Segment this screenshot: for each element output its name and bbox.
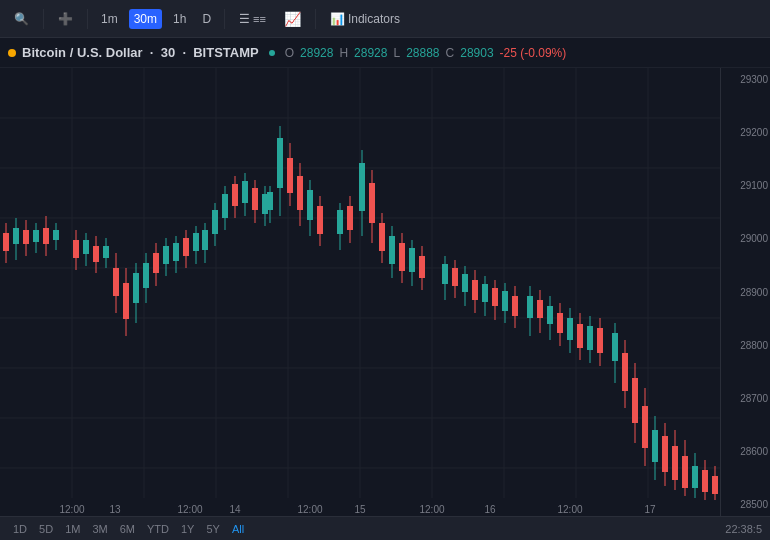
open-label: O [285, 46, 294, 60]
change-value: -25 (-0.09%) [500, 46, 567, 60]
svg-rect-50 [123, 283, 129, 319]
price-level: 28900 [723, 287, 768, 298]
svg-rect-52 [133, 273, 139, 303]
symbol-dot [8, 49, 16, 57]
svg-rect-152 [502, 291, 508, 311]
timeframe-1h[interactable]: 1h [168, 9, 191, 29]
period-all-btn[interactable]: All [227, 521, 249, 537]
separator [315, 9, 316, 29]
low-value: 28888 [406, 46, 439, 60]
search-icon: 🔍 [14, 12, 29, 26]
timeframe-1m[interactable]: 1m [96, 9, 123, 29]
bars-label: ≡≡ [253, 13, 266, 25]
price-axis: 29300 29200 29100 29000 28900 28800 2870… [720, 68, 770, 516]
svg-text:12:00: 12:00 [297, 504, 322, 515]
chart-type-btn[interactable]: 📈 [278, 8, 307, 30]
chart-area[interactable]: 12:00 13 12:00 14 12:00 15 12:00 16 12:0… [0, 68, 770, 516]
indicator-icon: 📊 [330, 12, 345, 26]
svg-rect-40 [73, 240, 79, 258]
svg-rect-162 [597, 328, 603, 353]
svg-rect-156 [567, 318, 573, 340]
svg-rect-76 [337, 210, 343, 234]
svg-rect-62 [212, 210, 218, 234]
period-6m-btn[interactable]: 6M [115, 521, 140, 537]
svg-rect-158 [577, 324, 583, 348]
svg-rect-140 [193, 233, 199, 251]
svg-rect-96 [452, 268, 458, 286]
add-chart-btn[interactable]: ➕ [52, 9, 79, 29]
svg-rect-120 [642, 406, 648, 448]
svg-rect-154 [512, 296, 518, 316]
period-ytd-btn[interactable]: YTD [142, 521, 174, 537]
svg-text:12:00: 12:00 [419, 504, 444, 515]
indicators-btn[interactable]: 📊 Indicators [324, 9, 406, 29]
svg-rect-108 [537, 300, 543, 318]
symbol-search-btn[interactable]: 🔍 [8, 9, 35, 29]
price-level: 28800 [723, 340, 768, 351]
bars-icon: ☰ [239, 12, 250, 26]
svg-rect-90 [409, 248, 415, 272]
svg-text:12:00: 12:00 [59, 504, 84, 515]
svg-rect-72 [307, 190, 313, 220]
period-5y-btn[interactable]: 5Y [201, 521, 224, 537]
svg-rect-98 [462, 274, 468, 292]
svg-rect-132 [702, 470, 708, 492]
period-1y-btn[interactable]: 1Y [176, 521, 199, 537]
svg-rect-30 [13, 228, 19, 244]
svg-rect-134 [712, 476, 718, 494]
svg-rect-130 [692, 466, 698, 488]
svg-rect-36 [43, 228, 49, 244]
indicators-label: Indicators [348, 12, 400, 26]
timestamp: 22:38:5 [725, 523, 762, 535]
svg-text:16: 16 [484, 504, 496, 515]
svg-text:14: 14 [229, 504, 241, 515]
candlestick-icon: 📈 [284, 11, 301, 27]
svg-rect-106 [527, 296, 533, 318]
period-buttons: 1D 5D 1M 3M 6M YTD 1Y 5Y All [8, 521, 249, 537]
svg-rect-114 [612, 333, 618, 361]
svg-text:17: 17 [644, 504, 656, 515]
svg-rect-102 [482, 284, 488, 302]
symbol-bar: Bitcoin / U.S. Dollar · 30 · BITSTAMP O … [0, 38, 770, 68]
price-level: 29200 [723, 127, 768, 138]
svg-rect-82 [369, 183, 375, 223]
svg-rect-110 [547, 306, 553, 324]
svg-rect-44 [93, 246, 99, 262]
period-1d-btn[interactable]: 1D [8, 521, 32, 537]
separator [224, 9, 225, 29]
svg-text:15: 15 [354, 504, 366, 515]
svg-rect-42 [83, 240, 89, 254]
svg-rect-48 [113, 268, 119, 296]
svg-rect-88 [399, 243, 405, 271]
high-value: 28928 [354, 46, 387, 60]
high-label: H [339, 46, 348, 60]
svg-rect-38 [53, 230, 59, 240]
timeframe-D[interactable]: D [197, 9, 216, 29]
svg-rect-160 [587, 326, 593, 350]
price-level: 28500 [723, 499, 768, 510]
date-bar: 1D 5D 1M 3M 6M YTD 1Y 5Y All 22:38:5 [0, 516, 770, 540]
separator [87, 9, 88, 29]
svg-rect-126 [672, 446, 678, 480]
svg-rect-116 [622, 353, 628, 391]
svg-rect-28 [3, 233, 9, 251]
svg-text:12:00: 12:00 [177, 504, 202, 515]
svg-rect-80 [359, 163, 365, 211]
svg-rect-104 [492, 288, 498, 306]
svg-rect-146 [252, 188, 258, 210]
svg-rect-32 [23, 230, 29, 244]
svg-rect-56 [153, 253, 159, 273]
svg-rect-136 [173, 243, 179, 261]
timeframe-30m[interactable]: 30m [129, 9, 162, 29]
svg-rect-58 [163, 246, 169, 264]
svg-rect-142 [232, 184, 238, 206]
svg-rect-86 [389, 236, 395, 264]
open-value: 28928 [300, 46, 333, 60]
close-value: 28903 [460, 46, 493, 60]
svg-rect-100 [472, 280, 478, 300]
period-3m-btn[interactable]: 3M [87, 521, 112, 537]
chart-settings-btn[interactable]: ☰ ≡≡ [233, 9, 272, 29]
period-5d-btn[interactable]: 5D [34, 521, 58, 537]
period-1m-btn[interactable]: 1M [60, 521, 85, 537]
candlestick-chart: 12:00 13 12:00 14 12:00 15 12:00 16 12:0… [0, 68, 720, 516]
